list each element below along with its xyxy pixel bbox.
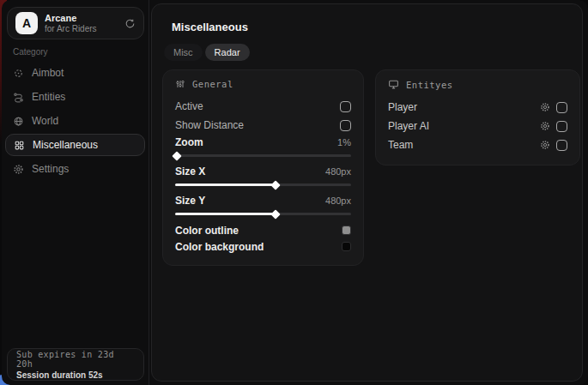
sidebar-item-label: Entities (32, 91, 65, 103)
brand-logo: A (15, 12, 38, 34)
sidebar-item-settings[interactable]: Settings (2, 157, 149, 181)
tab-misc[interactable]: Misc (164, 44, 203, 61)
zoom-value: 1% (337, 137, 351, 147)
grid-icon (14, 140, 25, 151)
refresh-icon[interactable] (124, 18, 136, 29)
sidebar-item-label: Miscellaneous (33, 139, 98, 151)
subscription-card: Sub expires in 23d 20h Session duration … (7, 348, 144, 381)
gear-icon (13, 164, 24, 175)
sidebar-item-label: World (32, 115, 58, 127)
team-checkbox[interactable] (556, 140, 567, 151)
page-title: Miscellaneous (172, 21, 248, 33)
brand-subtitle: for Arc Riders (45, 24, 118, 34)
brand-card: A Arcane for Arc Riders (7, 7, 144, 39)
general-card-header: General (175, 79, 351, 89)
color-background-swatch[interactable] (342, 242, 351, 251)
general-card-title: General (192, 79, 233, 89)
sidebar-item-entities[interactable]: Entities (2, 85, 149, 109)
active-label: Active (175, 100, 203, 112)
show-distance-checkbox[interactable] (340, 120, 351, 131)
size-x-value: 480px (325, 166, 351, 177)
sidebar-item-label: Aimbot (32, 67, 64, 79)
color-background-row: Color background (175, 238, 351, 255)
general-card: General Active Show Distance Zoom 1% (162, 69, 364, 266)
player-ai-label: Player AI (388, 120, 429, 132)
route-icon (13, 92, 24, 103)
size-y-slider-group: Size Y 480px (175, 193, 351, 219)
globe-icon (13, 116, 24, 127)
crosshair-icon (13, 68, 24, 79)
show-distance-row: Show Distance (175, 116, 351, 135)
size-y-value: 480px (325, 196, 351, 206)
category-label: Category (13, 47, 48, 57)
gear-icon[interactable] (540, 102, 550, 112)
sidebar-item-world[interactable]: World (2, 109, 149, 133)
size-x-slider[interactable] (175, 179, 351, 189)
main-panel: Miscellaneous Misc Radar General (151, 3, 583, 382)
sidebar: A Arcane for Arc Riders Category Aimbot (2, 0, 149, 385)
player-label: Player (388, 101, 417, 113)
team-row: Team (388, 135, 567, 154)
team-controls (540, 140, 567, 151)
active-row: Active (175, 97, 351, 116)
player-ai-row: Player AI (388, 117, 567, 135)
brand-text: Arcane for Arc Riders (45, 13, 118, 33)
cards-row: General Active Show Distance Zoom 1% (162, 69, 580, 266)
size-y-label: Size Y (175, 195, 205, 207)
size-y-row: Size Y 480px (175, 193, 351, 208)
player-ai-checkbox[interactable] (556, 121, 567, 132)
monitor-icon (388, 79, 399, 90)
color-outline-row: Color outline (175, 222, 351, 238)
size-x-slider-group: Size X 480px (175, 164, 351, 189)
slider-thumb[interactable] (172, 151, 181, 160)
size-x-row: Size X 480px (175, 164, 351, 179)
sidebar-item-miscellaneous[interactable]: Miscellaneous (5, 134, 145, 156)
slider-thumb[interactable] (270, 180, 280, 189)
show-distance-label: Show Distance (175, 119, 244, 131)
slider-fill (175, 183, 276, 186)
entities-card-title: Entityes (406, 80, 453, 90)
gear-icon[interactable] (540, 140, 550, 150)
size-x-label: Size X (175, 165, 205, 177)
player-row: Player (388, 98, 567, 117)
tab-radar[interactable]: Radar (205, 44, 250, 61)
slider-track (175, 154, 351, 157)
tab-bar: Misc Radar (164, 44, 250, 61)
gear-icon[interactable] (540, 121, 550, 131)
color-outline-swatch[interactable] (342, 226, 351, 235)
color-outline-label: Color outline (175, 225, 239, 237)
sliders-icon (175, 79, 185, 89)
sidebar-nav: Aimbot Entities World (2, 61, 149, 181)
zoom-slider-group: Zoom 1% (175, 135, 351, 160)
zoom-row: Zoom 1% (175, 135, 351, 150)
slider-thumb[interactable] (270, 209, 280, 219)
team-label: Team (388, 139, 413, 151)
player-controls (540, 102, 567, 113)
sub-expiry-text: Sub expires in 23d 20h (16, 350, 135, 369)
color-background-label: Color background (175, 241, 264, 253)
slider-fill (175, 213, 276, 215)
app-window: A Arcane for Arc Riders Category Aimbot (2, 0, 588, 385)
zoom-slider[interactable] (175, 150, 351, 160)
sidebar-item-aimbot[interactable]: Aimbot (2, 61, 149, 85)
player-ai-controls (540, 121, 567, 132)
zoom-label: Zoom (175, 136, 203, 148)
entities-card: Entityes Player Player AI (375, 69, 580, 165)
entities-card-header: Entityes (388, 79, 567, 90)
active-checkbox[interactable] (340, 101, 351, 112)
session-duration-text: Session duration 52s (16, 370, 135, 380)
size-y-slider[interactable] (175, 208, 351, 219)
player-checkbox[interactable] (556, 102, 567, 113)
brand-title: Arcane (45, 13, 118, 24)
sidebar-item-label: Settings (32, 163, 69, 175)
